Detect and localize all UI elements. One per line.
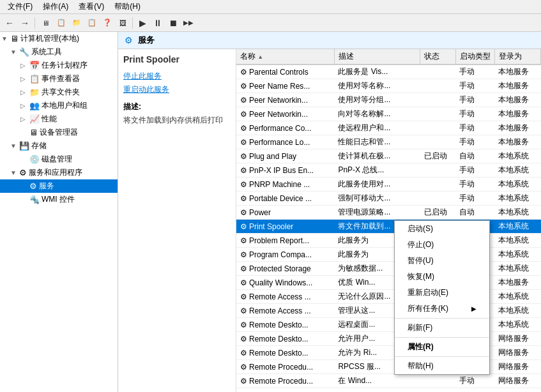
tb-icon5[interactable]: ❓	[100, 16, 114, 30]
menu-view[interactable]: 查看(V)	[73, 0, 109, 13]
localusers-label: 本地用户和组	[42, 100, 88, 111]
cell-status-4	[420, 121, 455, 135]
tb-back[interactable]: ←	[3, 16, 17, 30]
table-row[interactable]: ⚙Remote Deskto... 允许用户... 手动 网络服务	[236, 332, 541, 346]
table-row[interactable]: ⚙PNRP Machine ... 此服务使用对... 手动 本地系统	[236, 177, 541, 192]
cell-desc-7: PnP-X 总线...	[334, 163, 420, 177]
service-icon-13: ⚙	[240, 250, 247, 259]
service-icon-12: ⚙	[240, 236, 247, 245]
table-row[interactable]: ⚙Peer Name Res... 使用对等名称... 手动 本地服务	[236, 79, 541, 93]
cell-name-17: ⚙Remote Access ...	[236, 304, 334, 318]
systemtools-arrow: ▼	[10, 49, 19, 56]
table-row[interactable]: ⚙Remote Deskto... 允许为 Ri... 手动 网络服务	[236, 346, 541, 360]
ctx-label-1: 停止(O)	[408, 239, 434, 250]
ctx-label-5: 所有任务(K)	[408, 303, 448, 314]
tb-pause[interactable]: ⏸	[151, 16, 165, 30]
table-row[interactable]: ⚙Parental Controls 此服务是 Vis... 手动 本地服务	[236, 64, 541, 79]
sidebar-item-storage[interactable]: ▼ 💾 存储	[0, 139, 118, 153]
col-header-status[interactable]: 状态	[420, 49, 455, 64]
table-row[interactable]: ⚙Power 管理电源策略... 已启动 自动 本地系统	[236, 206, 541, 220]
tb-forward[interactable]: →	[18, 16, 32, 30]
tb-icon1[interactable]: 🖥	[38, 16, 53, 30]
ctx-item-3[interactable]: 恢复(M)	[395, 269, 489, 285]
ctx-item-9[interactable]: 属性(R)	[395, 339, 489, 355]
cell-name-7: ⚙PnP-X IP Bus En...	[236, 163, 334, 177]
table-row[interactable]: ⚙Remote Procedu... RPCSS 服... 手动 网络服务	[236, 360, 541, 374]
table-row[interactable]: ⚙PnP-X IP Bus En... PnP-X 总线... 手动 本地系统	[236, 163, 541, 177]
stop-service-link[interactable]: 停止此服务	[123, 71, 231, 82]
table-row[interactable]: ⚙Print Spooler 将文件加载到... 已启动 自动 本地系统	[236, 220, 541, 234]
sidebar-item-diskmgmt[interactable]: ▷ 💿 磁盘管理	[0, 153, 118, 166]
service-icon-15: ⚙	[240, 278, 247, 287]
table-row[interactable]: ⚙Problem Report... 此服务为 手动 本地系统	[236, 234, 541, 248]
menu-action[interactable]: 操作(A)	[38, 0, 73, 13]
sidebar-root[interactable]: ▼ 🖥 计算机管理(本地)	[0, 32, 118, 45]
tb-icon4[interactable]: 📋	[85, 16, 99, 30]
col-header-start[interactable]: 启动类型	[455, 49, 494, 64]
table-row[interactable]: ⚙Peer Networkin... 向对等名称解... 手动 本地服务	[236, 107, 541, 121]
table-row[interactable]: ⚙Remote Access ... 无论什么原因... 手动 本地系统	[236, 290, 541, 304]
service-table-area[interactable]: 名称 ▲ 描述 状态 启动类型 登录为 ⚙Parental Controls 此…	[236, 49, 541, 392]
cell-status-2	[420, 93, 455, 107]
sidebar-item-shared[interactable]: ▷ 📁 共享文件夹	[0, 86, 118, 99]
sidebar-item-services-apps[interactable]: ▼ ⚙ 服务和应用程序	[0, 166, 118, 179]
menu-help[interactable]: 帮助(H)	[109, 0, 146, 13]
table-row[interactable]: ⚙Quality Windows... 优质 Win... 手动 本地服务	[236, 276, 541, 290]
tb-play[interactable]: ▶	[135, 16, 149, 30]
ctx-item-11[interactable]: 帮助(H)	[395, 358, 489, 374]
table-row[interactable]: ⚙Performance Lo... 性能日志和管... 手动 本地服务	[236, 135, 541, 149]
root-icon: 🖥	[10, 34, 19, 43]
ctx-item-2[interactable]: 暂停(U)	[395, 253, 489, 269]
cell-login-0: 本地服务	[494, 64, 540, 79]
table-row[interactable]: ⚙Remote Procedu... 在 Wind... 手动 网络服务	[236, 374, 541, 388]
sidebar-item-devicemgr[interactable]: ▷ 🖥 设备管理器	[0, 126, 118, 139]
ctx-label-3: 恢复(M)	[408, 271, 434, 282]
wmi-icon: 🔩	[29, 195, 40, 204]
tb-icon2[interactable]: 📋	[54, 16, 68, 30]
table-row[interactable]: ⚙Plug and Play 使计算机在极... 已启动 自动 本地系统	[236, 149, 541, 163]
col-header-name[interactable]: 名称 ▲	[236, 49, 334, 64]
col-header-login[interactable]: 登录为	[494, 49, 540, 64]
col-header-desc[interactable]: 描述	[334, 49, 420, 64]
cell-status-6: 已启动	[420, 149, 455, 163]
service-icon-14: ⚙	[240, 264, 247, 273]
sidebar-item-systemtools[interactable]: ▼ 🔧 系统工具	[0, 45, 118, 59]
table-row[interactable]: ⚙Remote Deskto... 远程桌面... 手动 本地系统	[236, 318, 541, 332]
cell-login-4: 本地服务	[494, 121, 540, 135]
cell-name-14: ⚙Protected Storage	[236, 262, 334, 276]
cell-name-19: ⚙Remote Deskto...	[236, 332, 334, 346]
sidebar-item-localusers[interactable]: ▷ 👥 本地用户和组	[0, 99, 118, 112]
table-row[interactable]: ⚙Program Compa... 此服务为 手动 本地系统	[236, 248, 541, 262]
table-row[interactable]: ⚙Remote Access ... 管理从这... 手动 本地系统	[236, 304, 541, 318]
sidebar-item-services[interactable]: ▷ ⚙ 服务	[0, 179, 118, 193]
sidebar-item-perf[interactable]: ▷ 📈 性能	[0, 112, 118, 126]
ctx-sep-10	[395, 356, 489, 357]
ctx-item-7[interactable]: 刷新(F)	[395, 320, 489, 336]
storage-icon: 💾	[19, 141, 29, 151]
sidebar-item-wmi[interactable]: ▷ 🔩 WMI 控件	[0, 193, 118, 206]
ctx-sep-6	[395, 318, 489, 319]
tb-stop[interactable]: ⏹	[166, 16, 180, 30]
restart-service-link[interactable]: 重启动此服务	[123, 84, 231, 95]
ctx-item-4[interactable]: 重新启动(E)	[395, 285, 489, 301]
ctx-label-2: 暂停(U)	[408, 255, 434, 266]
sidebar-item-eventviewer[interactable]: ▷ 📋 事件查看器	[0, 72, 118, 86]
tb-icon6[interactable]: 🖼	[116, 16, 130, 30]
table-header-row: 名称 ▲ 描述 状态 启动类型 登录为	[236, 49, 541, 64]
cell-status-10: 已启动	[420, 206, 455, 220]
perf-label: 性能	[42, 114, 57, 124]
table-row[interactable]: ⚙Performance Co... 使远程用户和... 手动 本地服务	[236, 121, 541, 135]
ctx-item-1[interactable]: 停止(O)	[395, 237, 489, 253]
table-row[interactable]: ⚙Peer Networkin... 使用对等分组... 手动 本地服务	[236, 93, 541, 107]
table-row[interactable]: ⚙Portable Device ... 强制可移动大... 手动 本地系统	[236, 192, 541, 206]
table-row[interactable]: ⚙Protected Storage 为敏感数据... 手动 本地系统	[236, 262, 541, 276]
tb-icon3[interactable]: 📁	[70, 16, 84, 30]
menu-file[interactable]: 文件(F)	[3, 0, 38, 13]
localusers-icon: 👥	[29, 101, 40, 110]
cell-desc-2: 使用对等分组...	[334, 93, 420, 107]
ctx-item-5[interactable]: 所有任务(K)▶	[395, 301, 489, 317]
sidebar-item-tasks[interactable]: ▷ 📅 任务计划程序	[0, 59, 118, 72]
tb-restart[interactable]: ▶▶	[181, 16, 195, 30]
storage-label: 存储	[31, 140, 47, 151]
ctx-item-0[interactable]: 启动(S)	[395, 221, 489, 237]
